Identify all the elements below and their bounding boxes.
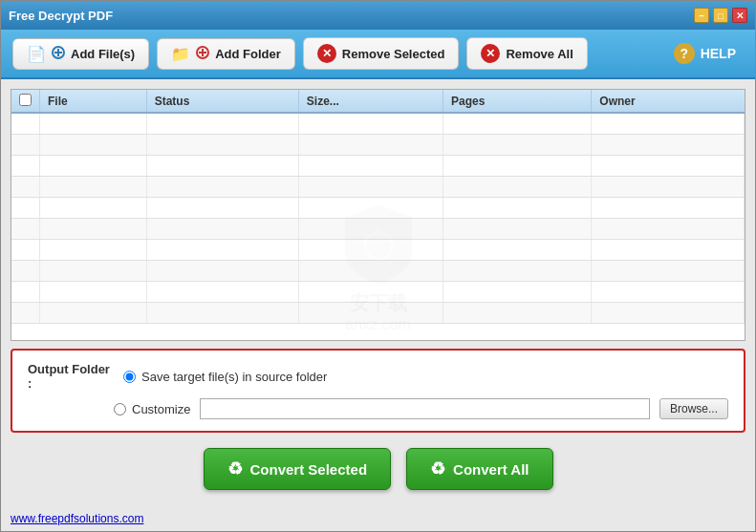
- table-row: [11, 134, 745, 155]
- minimize-button[interactable]: –: [694, 8, 709, 23]
- remove-all-button[interactable]: ✕ Remove All: [466, 37, 587, 70]
- table-row: [11, 281, 745, 302]
- header-status: Status: [146, 90, 298, 113]
- output-source-row: Output Folder : Save target file(s) in s…: [28, 362, 728, 391]
- table-row: [11, 239, 745, 260]
- folder-icon: 📁: [171, 45, 190, 63]
- output-label: Output Folder :: [28, 362, 114, 391]
- convert-selected-icon: ♻: [227, 458, 243, 479]
- add-files-button[interactable]: 📄 Add File(s): [12, 38, 149, 70]
- table-row: [11, 176, 745, 197]
- convert-selected-label: Convert Selected: [250, 461, 368, 478]
- select-all-checkbox[interactable]: [19, 94, 32, 106]
- help-label: HELP: [701, 46, 736, 61]
- add-folder-button[interactable]: 📁 Add Folder: [157, 38, 295, 70]
- table-header-row: File Status Size... Pages Owner: [11, 90, 745, 113]
- table-row: [11, 218, 745, 239]
- add-folder-icon-plus: [196, 46, 209, 62]
- remove-all-icon: ✕: [481, 44, 500, 63]
- convert-all-button[interactable]: ♻ Convert All: [406, 448, 552, 490]
- window-controls: – □ ✕: [694, 8, 747, 23]
- file-icon: 📄: [27, 45, 46, 63]
- app-window: Free Decrypt PDF – □ ✕ 📄 Add File(s) 📁: [0, 0, 756, 532]
- file-table: File Status Size... Pages Owner: [11, 90, 745, 324]
- source-radio[interactable]: [123, 371, 136, 383]
- maximize-button[interactable]: □: [713, 8, 728, 23]
- convert-all-label: Convert All: [453, 461, 529, 478]
- help-button[interactable]: ? HELP: [666, 39, 744, 68]
- customize-option-label: Customize: [132, 402, 190, 416]
- customize-radio[interactable]: [114, 403, 126, 415]
- remove-all-label: Remove All: [506, 47, 572, 61]
- header-file: File: [40, 90, 147, 113]
- close-button[interactable]: ✕: [732, 8, 747, 23]
- output-section: Output Folder : Save target file(s) in s…: [11, 349, 745, 433]
- header-checkbox-col: [11, 90, 40, 113]
- table-row: [11, 113, 745, 134]
- file-table-container: File Status Size... Pages Owner: [11, 89, 745, 341]
- source-option-label: Save target file(s) in source folder: [141, 370, 327, 384]
- table-row: [11, 155, 745, 176]
- window-title: Free Decrypt PDF: [9, 9, 113, 23]
- table-row: [11, 260, 745, 281]
- website-link[interactable]: www.freepdfsolutions.com: [11, 512, 143, 525]
- convert-all-icon: ♻: [430, 458, 445, 479]
- remove-selected-icon: ✕: [317, 44, 336, 63]
- help-icon: ?: [674, 43, 695, 64]
- action-buttons: ♻ Convert Selected ♻ Convert All: [11, 440, 745, 498]
- toolbar: 📄 Add File(s) 📁 Add Folder: [1, 30, 755, 79]
- customize-path-input[interactable]: [200, 398, 650, 419]
- browse-button[interactable]: Browse...: [659, 398, 728, 419]
- header-owner: Owner: [592, 90, 745, 113]
- add-folder-label: Add Folder: [215, 47, 281, 61]
- header-size: Size...: [298, 90, 443, 113]
- add-files-label: Add File(s): [71, 47, 135, 61]
- remove-selected-button[interactable]: ✕ Remove Selected: [303, 37, 460, 70]
- main-content: File Status Size... Pages Owner: [1, 79, 755, 507]
- add-files-icon-plus: [52, 46, 65, 62]
- title-bar: Free Decrypt PDF – □ ✕: [1, 1, 755, 30]
- output-source-option[interactable]: Save target file(s) in source folder: [123, 370, 327, 384]
- convert-selected-button[interactable]: ♻ Convert Selected: [204, 448, 392, 490]
- remove-selected-label: Remove Selected: [342, 47, 445, 61]
- table-row: [11, 302, 745, 323]
- footer: www.freepdfsolutions.com: [1, 507, 755, 531]
- customize-row: Customize Browse...: [28, 398, 728, 419]
- header-pages: Pages: [443, 90, 592, 113]
- table-row: [11, 197, 745, 218]
- output-customize-option[interactable]: Customize: [114, 402, 190, 416]
- file-table-body: [11, 113, 745, 323]
